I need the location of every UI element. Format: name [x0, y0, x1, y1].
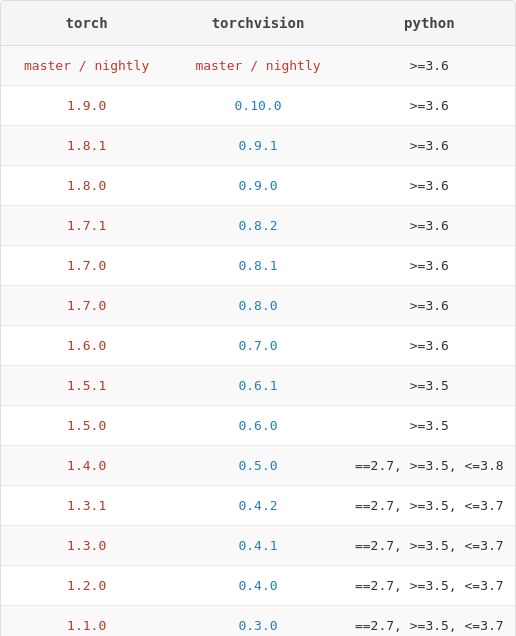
table-row: 1.2.00.4.0==2.7, >=3.5, <=3.7: [1, 566, 515, 606]
cell-torch: 1.1.0: [1, 614, 172, 636]
cell-torch: 1.3.0: [1, 534, 172, 557]
cell-torch: 1.6.0: [1, 334, 172, 357]
cell-torch: 1.4.0: [1, 454, 172, 477]
cell-torchvision: 0.8.1: [172, 254, 343, 277]
cell-torchvision: 0.10.0: [172, 94, 343, 117]
cell-python: >=3.6: [344, 54, 515, 77]
cell-torchvision: master / nightly: [172, 54, 343, 77]
cell-torch: 1.7.0: [1, 294, 172, 317]
cell-torchvision: 0.6.1: [172, 374, 343, 397]
cell-python: >=3.6: [344, 134, 515, 157]
cell-torchvision: 0.3.0: [172, 614, 343, 636]
cell-torchvision: 0.4.1: [172, 534, 343, 557]
table-row: 1.3.00.4.1==2.7, >=3.5, <=3.7: [1, 526, 515, 566]
cell-python: ==2.7, >=3.5, <=3.7: [344, 534, 515, 557]
header-torch: torch: [1, 11, 172, 35]
table-row: 1.7.00.8.0>=3.6: [1, 286, 515, 326]
table-body: master / nightlymaster / nightly>=3.61.9…: [1, 46, 515, 636]
cell-python: >=3.6: [344, 94, 515, 117]
table-header: torch torchvision python: [1, 1, 515, 46]
cell-torch: 1.8.0: [1, 174, 172, 197]
table-row: 1.9.00.10.0>=3.6: [1, 86, 515, 126]
cell-torch: 1.7.1: [1, 214, 172, 237]
header-python: python: [344, 11, 515, 35]
cell-python: >=3.6: [344, 214, 515, 237]
cell-torchvision: 0.8.0: [172, 294, 343, 317]
cell-python: >=3.6: [344, 294, 515, 317]
cell-python: ==2.7, >=3.5, <=3.7: [344, 574, 515, 597]
table-row: 1.5.10.6.1>=3.5: [1, 366, 515, 406]
table-row: 1.7.00.8.1>=3.6: [1, 246, 515, 286]
cell-python: >=3.5: [344, 374, 515, 397]
cell-python: >=3.6: [344, 174, 515, 197]
cell-torchvision: 0.7.0: [172, 334, 343, 357]
table-row: 1.4.00.5.0==2.7, >=3.5, <=3.8: [1, 446, 515, 486]
cell-python: >=3.5: [344, 414, 515, 437]
cell-torchvision: 0.4.2: [172, 494, 343, 517]
cell-torch: 1.2.0: [1, 574, 172, 597]
table-row: 1.8.00.9.0>=3.6: [1, 166, 515, 206]
cell-torchvision: 0.9.0: [172, 174, 343, 197]
cell-python: ==2.7, >=3.5, <=3.7: [344, 614, 515, 636]
cell-torchvision: 0.6.0: [172, 414, 343, 437]
table-row: 1.1.00.3.0==2.7, >=3.5, <=3.7: [1, 606, 515, 636]
table-row: 1.6.00.7.0>=3.6: [1, 326, 515, 366]
header-torchvision: torchvision: [172, 11, 343, 35]
cell-torchvision: 0.5.0: [172, 454, 343, 477]
table-row: 1.3.10.4.2==2.7, >=3.5, <=3.7: [1, 486, 515, 526]
cell-torchvision: 0.4.0: [172, 574, 343, 597]
cell-python: ==2.7, >=3.5, <=3.8: [344, 454, 515, 477]
table-row: 1.8.10.9.1>=3.6: [1, 126, 515, 166]
table-row: 1.5.00.6.0>=3.5: [1, 406, 515, 446]
cell-torch: 1.5.0: [1, 414, 172, 437]
cell-torch: 1.5.1: [1, 374, 172, 397]
cell-torch: 1.7.0: [1, 254, 172, 277]
cell-python: ==2.7, >=3.5, <=3.7: [344, 494, 515, 517]
compatibility-table: torch torchvision python master / nightl…: [0, 0, 516, 636]
table-row: 1.7.10.8.2>=3.6: [1, 206, 515, 246]
cell-python: >=3.6: [344, 254, 515, 277]
cell-torch: 1.8.1: [1, 134, 172, 157]
cell-torch: 1.9.0: [1, 94, 172, 117]
cell-torchvision: 0.9.1: [172, 134, 343, 157]
table-row: master / nightlymaster / nightly>=3.6: [1, 46, 515, 86]
cell-torch: 1.3.1: [1, 494, 172, 517]
cell-torchvision: 0.8.2: [172, 214, 343, 237]
cell-torch: master / nightly: [1, 54, 172, 77]
cell-python: >=3.6: [344, 334, 515, 357]
